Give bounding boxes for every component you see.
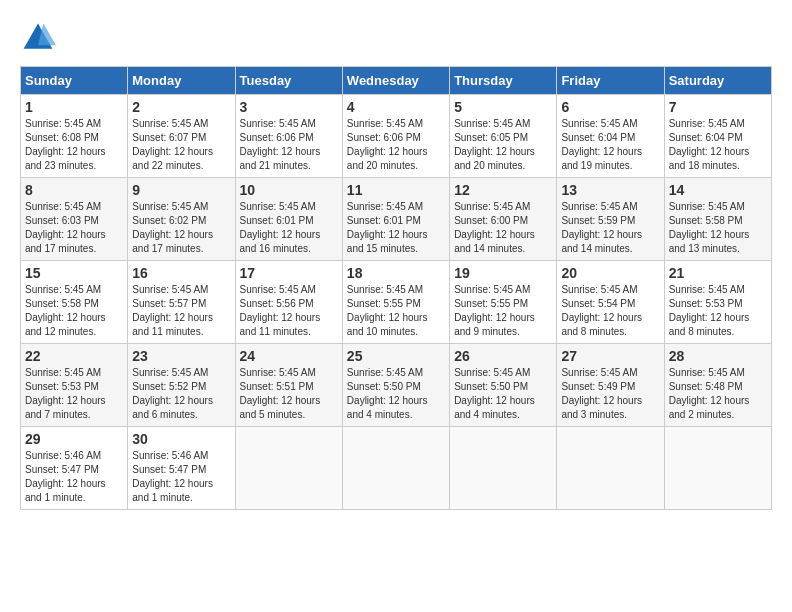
- day-number: 12: [454, 182, 552, 198]
- table-row: [664, 427, 771, 510]
- day-info: Sunrise: 5:46 AM Sunset: 5:47 PM Dayligh…: [132, 449, 230, 505]
- day-number: 8: [25, 182, 123, 198]
- col-saturday: Saturday: [664, 67, 771, 95]
- table-row: 8 Sunrise: 5:45 AM Sunset: 6:03 PM Dayli…: [21, 178, 128, 261]
- day-info: Sunrise: 5:45 AM Sunset: 5:51 PM Dayligh…: [240, 366, 338, 422]
- table-row: 29 Sunrise: 5:46 AM Sunset: 5:47 PM Dayl…: [21, 427, 128, 510]
- table-row: 3 Sunrise: 5:45 AM Sunset: 6:06 PM Dayli…: [235, 95, 342, 178]
- table-row: 1 Sunrise: 5:45 AM Sunset: 6:08 PM Dayli…: [21, 95, 128, 178]
- day-info: Sunrise: 5:45 AM Sunset: 5:49 PM Dayligh…: [561, 366, 659, 422]
- table-row: 16 Sunrise: 5:45 AM Sunset: 5:57 PM Dayl…: [128, 261, 235, 344]
- svg-marker-1: [38, 24, 56, 46]
- table-row: 7 Sunrise: 5:45 AM Sunset: 6:04 PM Dayli…: [664, 95, 771, 178]
- day-info: Sunrise: 5:45 AM Sunset: 5:58 PM Dayligh…: [25, 283, 123, 339]
- day-info: Sunrise: 5:45 AM Sunset: 6:06 PM Dayligh…: [347, 117, 445, 173]
- day-info: Sunrise: 5:45 AM Sunset: 6:01 PM Dayligh…: [347, 200, 445, 256]
- col-tuesday: Tuesday: [235, 67, 342, 95]
- day-info: Sunrise: 5:45 AM Sunset: 5:55 PM Dayligh…: [347, 283, 445, 339]
- day-number: 18: [347, 265, 445, 281]
- col-monday: Monday: [128, 67, 235, 95]
- table-row: 22 Sunrise: 5:45 AM Sunset: 5:53 PM Dayl…: [21, 344, 128, 427]
- day-number: 4: [347, 99, 445, 115]
- day-info: Sunrise: 5:45 AM Sunset: 5:53 PM Dayligh…: [669, 283, 767, 339]
- day-number: 13: [561, 182, 659, 198]
- table-row: 27 Sunrise: 5:45 AM Sunset: 5:49 PM Dayl…: [557, 344, 664, 427]
- day-number: 10: [240, 182, 338, 198]
- day-info: Sunrise: 5:45 AM Sunset: 6:06 PM Dayligh…: [240, 117, 338, 173]
- day-info: Sunrise: 5:45 AM Sunset: 5:50 PM Dayligh…: [347, 366, 445, 422]
- day-info: Sunrise: 5:45 AM Sunset: 6:04 PM Dayligh…: [669, 117, 767, 173]
- day-number: 24: [240, 348, 338, 364]
- table-row: [450, 427, 557, 510]
- logo-icon: [20, 20, 56, 56]
- calendar-table: Sunday Monday Tuesday Wednesday Thursday…: [20, 66, 772, 510]
- table-row: 12 Sunrise: 5:45 AM Sunset: 6:00 PM Dayl…: [450, 178, 557, 261]
- day-number: 17: [240, 265, 338, 281]
- day-info: Sunrise: 5:45 AM Sunset: 6:05 PM Dayligh…: [454, 117, 552, 173]
- table-row: 14 Sunrise: 5:45 AM Sunset: 5:58 PM Dayl…: [664, 178, 771, 261]
- day-number: 1: [25, 99, 123, 115]
- day-number: 30: [132, 431, 230, 447]
- day-info: Sunrise: 5:45 AM Sunset: 5:48 PM Dayligh…: [669, 366, 767, 422]
- table-row: 11 Sunrise: 5:45 AM Sunset: 6:01 PM Dayl…: [342, 178, 449, 261]
- table-row: [235, 427, 342, 510]
- day-info: Sunrise: 5:45 AM Sunset: 5:57 PM Dayligh…: [132, 283, 230, 339]
- table-row: 9 Sunrise: 5:45 AM Sunset: 6:02 PM Dayli…: [128, 178, 235, 261]
- table-row: 28 Sunrise: 5:45 AM Sunset: 5:48 PM Dayl…: [664, 344, 771, 427]
- table-row: 4 Sunrise: 5:45 AM Sunset: 6:06 PM Dayli…: [342, 95, 449, 178]
- day-number: 16: [132, 265, 230, 281]
- calendar-row: 1 Sunrise: 5:45 AM Sunset: 6:08 PM Dayli…: [21, 95, 772, 178]
- table-row: 13 Sunrise: 5:45 AM Sunset: 5:59 PM Dayl…: [557, 178, 664, 261]
- table-row: 18 Sunrise: 5:45 AM Sunset: 5:55 PM Dayl…: [342, 261, 449, 344]
- day-info: Sunrise: 5:45 AM Sunset: 5:59 PM Dayligh…: [561, 200, 659, 256]
- day-number: 11: [347, 182, 445, 198]
- day-info: Sunrise: 5:45 AM Sunset: 6:07 PM Dayligh…: [132, 117, 230, 173]
- day-number: 22: [25, 348, 123, 364]
- calendar-row: 22 Sunrise: 5:45 AM Sunset: 5:53 PM Dayl…: [21, 344, 772, 427]
- table-row: 21 Sunrise: 5:45 AM Sunset: 5:53 PM Dayl…: [664, 261, 771, 344]
- day-info: Sunrise: 5:45 AM Sunset: 5:52 PM Dayligh…: [132, 366, 230, 422]
- day-info: Sunrise: 5:45 AM Sunset: 6:02 PM Dayligh…: [132, 200, 230, 256]
- col-friday: Friday: [557, 67, 664, 95]
- table-row: [557, 427, 664, 510]
- table-row: 20 Sunrise: 5:45 AM Sunset: 5:54 PM Dayl…: [557, 261, 664, 344]
- table-row: 19 Sunrise: 5:45 AM Sunset: 5:55 PM Dayl…: [450, 261, 557, 344]
- day-number: 15: [25, 265, 123, 281]
- table-row: 24 Sunrise: 5:45 AM Sunset: 5:51 PM Dayl…: [235, 344, 342, 427]
- day-number: 5: [454, 99, 552, 115]
- day-info: Sunrise: 5:45 AM Sunset: 5:55 PM Dayligh…: [454, 283, 552, 339]
- day-number: 3: [240, 99, 338, 115]
- calendar-row: 15 Sunrise: 5:45 AM Sunset: 5:58 PM Dayl…: [21, 261, 772, 344]
- day-number: 23: [132, 348, 230, 364]
- day-info: Sunrise: 5:45 AM Sunset: 6:00 PM Dayligh…: [454, 200, 552, 256]
- day-number: 21: [669, 265, 767, 281]
- day-number: 9: [132, 182, 230, 198]
- col-thursday: Thursday: [450, 67, 557, 95]
- table-row: 25 Sunrise: 5:45 AM Sunset: 5:50 PM Dayl…: [342, 344, 449, 427]
- day-info: Sunrise: 5:45 AM Sunset: 5:53 PM Dayligh…: [25, 366, 123, 422]
- table-row: 5 Sunrise: 5:45 AM Sunset: 6:05 PM Dayli…: [450, 95, 557, 178]
- day-number: 20: [561, 265, 659, 281]
- col-sunday: Sunday: [21, 67, 128, 95]
- table-row: 30 Sunrise: 5:46 AM Sunset: 5:47 PM Dayl…: [128, 427, 235, 510]
- table-row: 15 Sunrise: 5:45 AM Sunset: 5:58 PM Dayl…: [21, 261, 128, 344]
- day-info: Sunrise: 5:45 AM Sunset: 6:01 PM Dayligh…: [240, 200, 338, 256]
- col-wednesday: Wednesday: [342, 67, 449, 95]
- day-number: 2: [132, 99, 230, 115]
- calendar-row: 8 Sunrise: 5:45 AM Sunset: 6:03 PM Dayli…: [21, 178, 772, 261]
- day-number: 6: [561, 99, 659, 115]
- day-number: 29: [25, 431, 123, 447]
- table-row: [342, 427, 449, 510]
- day-number: 7: [669, 99, 767, 115]
- day-info: Sunrise: 5:46 AM Sunset: 5:47 PM Dayligh…: [25, 449, 123, 505]
- day-number: 14: [669, 182, 767, 198]
- day-number: 19: [454, 265, 552, 281]
- day-info: Sunrise: 5:45 AM Sunset: 6:03 PM Dayligh…: [25, 200, 123, 256]
- day-info: Sunrise: 5:45 AM Sunset: 5:56 PM Dayligh…: [240, 283, 338, 339]
- table-row: 23 Sunrise: 5:45 AM Sunset: 5:52 PM Dayl…: [128, 344, 235, 427]
- day-number: 28: [669, 348, 767, 364]
- day-number: 27: [561, 348, 659, 364]
- table-row: 17 Sunrise: 5:45 AM Sunset: 5:56 PM Dayl…: [235, 261, 342, 344]
- day-number: 25: [347, 348, 445, 364]
- table-row: 10 Sunrise: 5:45 AM Sunset: 6:01 PM Dayl…: [235, 178, 342, 261]
